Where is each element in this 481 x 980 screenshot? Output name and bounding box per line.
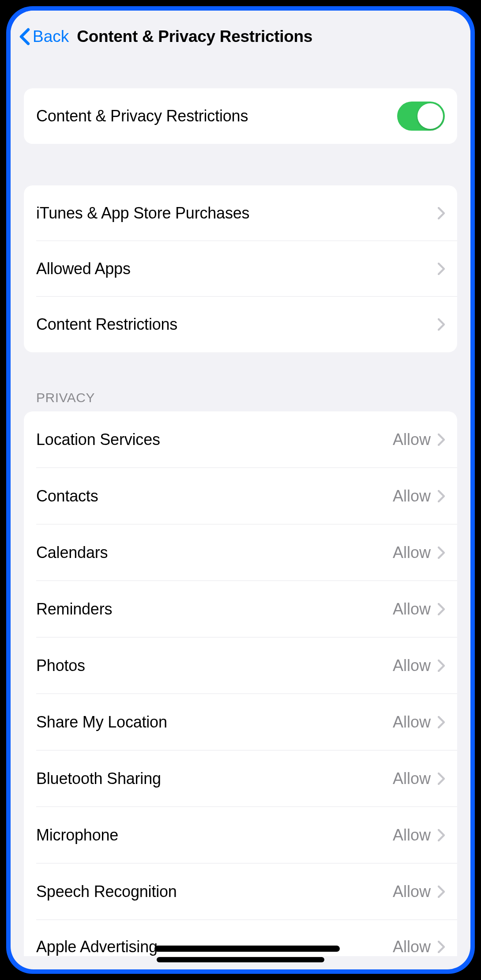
phone-inner-border: Back Content & Privacy Restrictions Cont… (6, 6, 475, 974)
row-value: Allow (393, 430, 431, 449)
row-label: Photos (36, 656, 85, 675)
row-label: Share My Location (36, 713, 167, 731)
itunes-appstore-row[interactable]: iTunes & App Store Purchases (24, 185, 457, 241)
home-indicator[interactable] (157, 957, 324, 962)
bluetooth-sharing-row[interactable]: Bluetooth Sharing Allow (24, 750, 457, 807)
row-value: Allow (393, 543, 431, 562)
main-section: iTunes & App Store Purchases Allowed App… (24, 185, 457, 352)
chevron-right-icon (438, 318, 445, 331)
reminders-row[interactable]: Reminders Allow (24, 581, 457, 637)
page-title: Content & Privacy Restrictions (77, 27, 312, 46)
row-label: Contacts (36, 487, 98, 505)
chevron-right-icon (438, 660, 445, 672)
row-label: Reminders (36, 600, 112, 618)
row-label: Speech Recognition (36, 882, 177, 901)
content-restrictions-row[interactable]: Content Restrictions (24, 297, 457, 352)
row-value: Allow (393, 826, 431, 844)
nav-header: Back Content & Privacy Restrictions (11, 11, 470, 58)
row-value: Allow (393, 656, 431, 675)
row-value: Allow (393, 487, 431, 505)
chevron-right-icon (438, 941, 445, 953)
chevron-right-icon (438, 490, 445, 502)
content-privacy-toggle[interactable] (397, 102, 445, 131)
row-value: Allow (393, 769, 431, 788)
chevron-right-icon (438, 263, 445, 275)
row-value: Allow (393, 713, 431, 731)
speech-recognition-row[interactable]: Speech Recognition Allow (24, 863, 457, 920)
photos-row[interactable]: Photos Allow (24, 637, 457, 694)
chevron-right-icon (438, 207, 445, 219)
chevron-right-icon (438, 547, 445, 559)
back-button[interactable]: Back (19, 27, 69, 46)
row-value: Allow (393, 882, 431, 901)
privacy-header: Privacy (24, 390, 457, 411)
location-services-row[interactable]: Location Services Allow (24, 411, 457, 468)
toggle-knob (417, 103, 443, 129)
content-area: Content & Privacy Restrictions iTunes & … (11, 58, 470, 956)
chevron-right-icon (438, 829, 445, 841)
contacts-row[interactable]: Contacts Allow (24, 468, 457, 524)
row-label: Location Services (36, 430, 160, 449)
row-label: Content Restrictions (36, 315, 177, 334)
chevron-right-icon (438, 433, 445, 446)
share-my-location-row[interactable]: Share My Location Allow (24, 694, 457, 750)
microphone-row[interactable]: Microphone Allow (24, 807, 457, 863)
apple-advertising-row[interactable]: Apple Advertising Allow (24, 920, 457, 956)
row-label: iTunes & App Store Purchases (36, 204, 249, 222)
chevron-right-icon (438, 716, 445, 728)
redaction-bar (154, 946, 340, 952)
toggle-section: Content & Privacy Restrictions (24, 88, 457, 144)
phone-frame: Back Content & Privacy Restrictions Cont… (0, 0, 481, 980)
toggle-label: Content & Privacy Restrictions (36, 107, 248, 125)
row-label: Apple Advertising (36, 938, 158, 956)
calendars-row[interactable]: Calendars Allow (24, 524, 457, 581)
chevron-right-icon (438, 886, 445, 898)
chevron-left-icon (19, 28, 30, 45)
back-label: Back (33, 27, 69, 46)
row-label: Microphone (36, 826, 118, 844)
row-value: Allow (393, 938, 431, 956)
content-privacy-toggle-row[interactable]: Content & Privacy Restrictions (24, 88, 457, 144)
screen: Back Content & Privacy Restrictions Cont… (11, 11, 470, 969)
allowed-apps-row[interactable]: Allowed Apps (24, 241, 457, 297)
row-label: Calendars (36, 543, 108, 562)
row-label: Allowed Apps (36, 260, 131, 278)
chevron-right-icon (438, 603, 445, 615)
row-value: Allow (393, 600, 431, 618)
chevron-right-icon (438, 773, 445, 785)
privacy-section: Location Services Allow Contacts Allow (24, 411, 457, 956)
row-label: Bluetooth Sharing (36, 769, 161, 788)
